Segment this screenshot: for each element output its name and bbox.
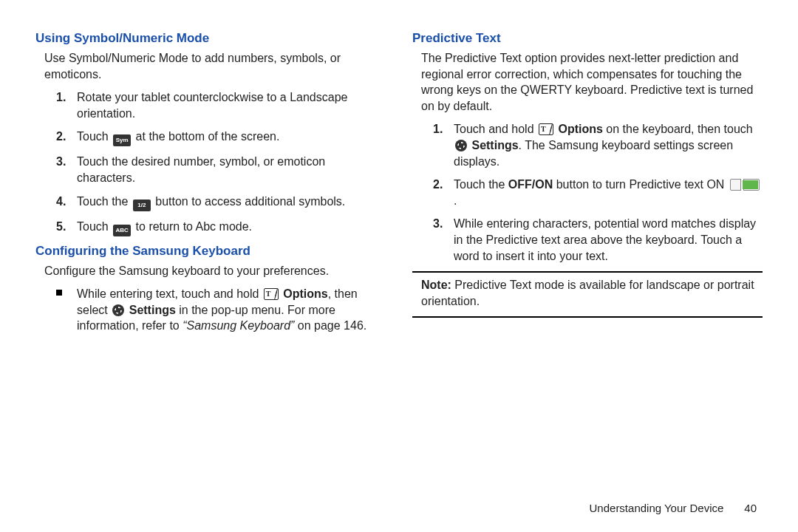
cross-reference: “Samsung Keyboard” [183, 319, 294, 332]
square-bullet-icon [56, 290, 62, 296]
note-label: Note: [421, 279, 451, 291]
step-text: Touch [77, 130, 112, 143]
step-text: at the bottom of the screen. [136, 130, 280, 143]
intro-symbol-numeric: Use Symbol/Numeric Mode to add numbers, … [35, 50, 386, 82]
heading-symbol-numeric: Using Symbol/Numeric Mode [35, 31, 386, 46]
step-text: Touch the [77, 195, 132, 208]
bullets-configuring-keyboard: While entering text, touch and hold Opti… [35, 286, 386, 334]
abc-key-icon: ABC [113, 225, 131, 236]
options-label: Options [283, 287, 327, 300]
list-item: Touch ABC to return to Abc mode. [61, 219, 386, 236]
step-text: . [454, 194, 457, 207]
settings-label: Settings [129, 304, 176, 316]
options-icon [264, 288, 279, 300]
bullet-text: on page 146. [294, 319, 366, 332]
options-icon [539, 123, 553, 135]
options-label: Options [558, 123, 602, 135]
intro-predictive-text: The Predictive Text option provides next… [412, 50, 763, 114]
footer-page-number: 40 [744, 502, 757, 514]
list-item: Touch the OFF/ON button to turn Predicti… [437, 177, 763, 208]
footer-chapter: Understanding Your Device [590, 502, 724, 514]
note-block: Note: Predictive Text mode is available … [412, 277, 763, 309]
list-item: Touch the desired number, symbol, or emo… [61, 154, 386, 185]
intro-configuring-keyboard: Configure the Samsung keyboard to your p… [35, 263, 386, 279]
step-text: button to access additional symbols. [155, 195, 345, 208]
list-item: Rotate your tablet counterclockwise to a… [61, 89, 386, 121]
right-column: Predictive Text The Predictive Text opti… [412, 28, 763, 517]
step-text: button to turn Predictive text ON [553, 178, 728, 191]
list-item: Touch the 1/2 button to access additiona… [61, 194, 386, 211]
left-column: Using Symbol/Numeric Mode Use Symbol/Num… [35, 28, 386, 517]
off-on-label: OFF/ON [508, 178, 553, 191]
heading-predictive-text: Predictive Text [412, 31, 763, 46]
divider [412, 271, 763, 273]
note-body: Predictive Text mode is available for la… [421, 279, 754, 307]
steps-predictive-text: Touch and hold Options on the keyboard, … [412, 121, 763, 264]
step-text: Touch [77, 220, 112, 233]
list-item: While entering text, touch and hold Opti… [61, 286, 386, 334]
heading-configuring-keyboard: Configuring the Samsung Keyboard [35, 244, 386, 259]
manual-page: Using Symbol/Numeric Mode Use Symbol/Num… [0, 0, 798, 532]
bullet-text: While entering text, touch and hold [77, 287, 262, 300]
steps-symbol-numeric: Rotate your tablet counterclockwise to a… [35, 89, 386, 236]
bullet-text: in the pop-up menu. [176, 304, 287, 316]
step-text: on the keyboard, then touch [603, 123, 753, 135]
step-text: Touch and hold [454, 123, 537, 135]
divider [412, 316, 763, 318]
list-item: Touch Sym at the bottom of the screen. [61, 129, 386, 146]
gear-icon [112, 304, 124, 316]
page-1-2-key-icon: 1/2 [133, 200, 151, 211]
list-item: While entering characters, potential wor… [437, 216, 763, 264]
settings-label: Settings [471, 139, 518, 151]
page-footer: Understanding Your Device 40 [590, 502, 757, 514]
on-switch-icon [730, 179, 760, 191]
step-text: Touch the [454, 178, 508, 191]
sym-key-icon: Sym [113, 134, 131, 146]
gear-icon [455, 140, 467, 151]
step-text: to return to Abc mode. [136, 220, 252, 233]
list-item: Touch and hold Options on the keyboard, … [437, 121, 763, 169]
